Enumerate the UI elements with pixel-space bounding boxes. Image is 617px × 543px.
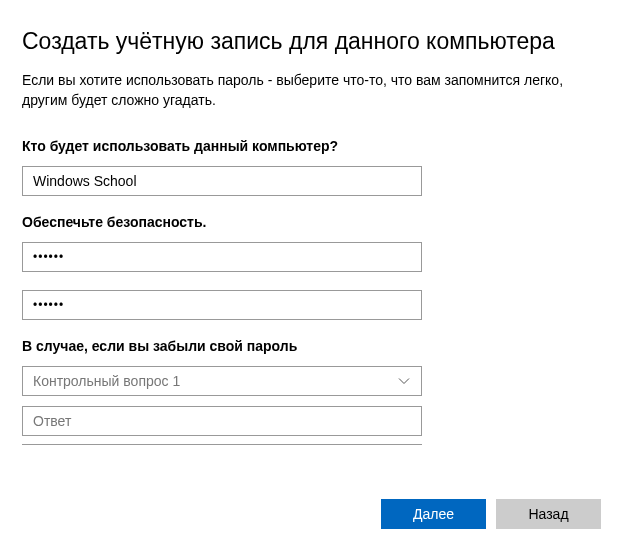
security-question-text: Контрольный вопрос 1 xyxy=(33,373,397,389)
account-setup-form: Создать учётную запись для данного компь… xyxy=(0,0,617,445)
divider xyxy=(22,444,422,445)
next-button[interactable]: Далее xyxy=(381,499,486,529)
back-button[interactable]: Назад xyxy=(496,499,601,529)
security-answer-input[interactable] xyxy=(22,406,422,436)
security-question-select[interactable]: Контрольный вопрос 1 xyxy=(22,366,422,396)
password-input[interactable] xyxy=(22,242,422,272)
chevron-down-icon xyxy=(397,374,411,388)
forgot-section-label: В случае, если вы забыли свой пароль xyxy=(22,338,595,354)
footer-actions: Далее Назад xyxy=(381,499,601,529)
password-confirm-input[interactable] xyxy=(22,290,422,320)
page-title: Создать учётную запись для данного компь… xyxy=(22,28,595,55)
security-section-label: Обеспечьте безопасность. xyxy=(22,214,595,230)
page-subtitle: Если вы хотите использовать пароль - выб… xyxy=(22,71,595,110)
username-section-label: Кто будет использовать данный компьютер? xyxy=(22,138,595,154)
username-input[interactable] xyxy=(22,166,422,196)
